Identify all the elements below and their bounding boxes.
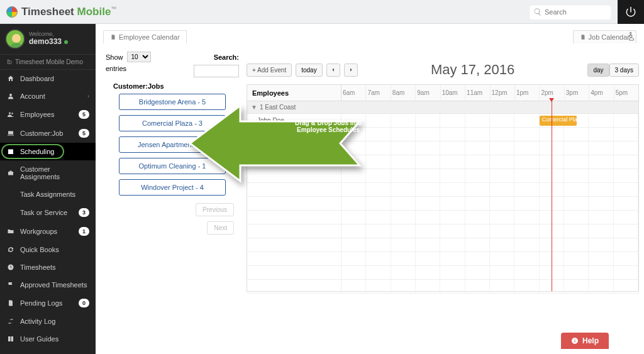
employee-group-row[interactable]: ▼1 East Coast	[247, 101, 638, 114]
hour-header: 10am	[441, 85, 465, 101]
calendar: + Add Event today May 17, 2016 day 3 day…	[247, 58, 639, 350]
jobs-panel: Show 10 Search: entries Customer:Jobs Br…	[103, 49, 242, 237]
folder-open-icon	[7, 228, 14, 235]
job-chip[interactable]: Bridgestone Arena - 5	[119, 94, 226, 110]
badge: 5	[79, 110, 89, 119]
job-chip[interactable]: Comercial Plaza - 3	[119, 115, 226, 131]
jobs-next-button[interactable]: Next	[207, 221, 234, 235]
building-icon	[6, 58, 13, 65]
briefcase-icon	[7, 169, 14, 177]
job-chip[interactable]: Windover Project - 4	[119, 179, 226, 196]
nav-user-guides[interactable]: User Guides	[0, 330, 96, 348]
timeline-slots[interactable]	[341, 128, 638, 141]
employee-row[interactable]: Demo User - 16	[247, 155, 638, 169]
badge: 1	[79, 227, 89, 236]
timeline-slots[interactable]	[341, 155, 638, 169]
nav-task-assignments[interactable]: Task Assignments	[0, 185, 96, 203]
user-icon	[7, 92, 14, 100]
hour-header: 6am	[341, 85, 366, 101]
home-icon	[7, 75, 14, 82]
brand-logo-icon	[6, 6, 18, 18]
user-block[interactable]: Welcome, demo333	[0, 24, 96, 54]
logout-button[interactable]	[618, 0, 644, 24]
show-label: Show	[106, 53, 123, 61]
timeline-slots[interactable]	[341, 141, 638, 155]
nav-task-service[interactable]: Task or Service3	[0, 203, 96, 222]
global-search	[530, 4, 611, 19]
list-icon	[7, 209, 14, 216]
file-text-icon	[110, 34, 116, 40]
nav-employees[interactable]: Employees5	[0, 105, 96, 124]
brand-name: Timesheet Mobile™	[21, 6, 116, 18]
empty-row	[247, 238, 638, 252]
svg-rect-6	[574, 340, 575, 343]
show-entries-select[interactable]: 10	[127, 52, 151, 62]
nav-workgroups[interactable]: Workgroups1	[0, 222, 96, 241]
nav-timesheets[interactable]: Timesheets	[0, 258, 96, 276]
view-3days-button[interactable]: 3 days	[609, 64, 639, 77]
tab-employee-calendar[interactable]: Employee Calendar	[103, 30, 187, 43]
today-button[interactable]: today	[296, 64, 322, 77]
brand-word-a: Timesheet	[21, 6, 74, 18]
calendar-body[interactable]: ▼1 East Coast John DoeComercial PlazaMar…	[247, 101, 638, 291]
avatar	[5, 29, 25, 49]
sync-icon	[7, 246, 14, 253]
nav-approved-timesheets[interactable]: Approved Timesheets	[0, 276, 96, 294]
job-chip[interactable]: Optimum Cleaning - 1	[119, 158, 226, 174]
employees-column-header: Employees	[247, 85, 341, 101]
search-icon	[533, 8, 542, 16]
hour-header: 1pm	[515, 85, 540, 101]
info-icon	[571, 337, 579, 345]
search-label: Search:	[214, 53, 239, 61]
jobs-prev-button[interactable]: Previous	[196, 203, 234, 216]
view-day-button[interactable]: day	[587, 64, 609, 77]
hour-header: 11am	[465, 85, 490, 101]
timeline-slots[interactable]: Comercial Plaza	[341, 114, 638, 127]
now-indicator	[552, 101, 552, 291]
laptop-icon	[7, 130, 14, 137]
empty-row	[247, 252, 638, 266]
employee-row[interactable]: Marie Smith	[247, 128, 638, 141]
nav-customer-assignments[interactable]: Customer Assignments	[0, 160, 96, 185]
hour-header: 5pm	[614, 85, 638, 101]
empty-row	[247, 266, 638, 280]
trademark-icon: ™	[111, 6, 116, 12]
chevron-right-icon: ›	[87, 93, 89, 99]
nav-pending-logs[interactable]: Pending Logs0	[0, 294, 96, 313]
chevron-right-icon	[348, 67, 353, 72]
nav-account[interactable]: Account›	[0, 87, 96, 105]
user-name: demo333	[29, 38, 68, 46]
next-button[interactable]	[344, 64, 358, 77]
nav-dashboard[interactable]: Dashboard	[0, 70, 96, 87]
main-content: Employee Calendar Job Calendar Show 10 S…	[96, 24, 644, 354]
swap-icon	[7, 318, 14, 325]
nav-scheduling[interactable]: Scheduling	[0, 143, 96, 160]
employee-row[interactable]: John DoeComercial Plaza	[247, 114, 638, 128]
power-icon	[625, 6, 636, 18]
add-event-button[interactable]: + Add Event	[247, 64, 292, 77]
help-button[interactable]: Help	[561, 333, 609, 349]
customer-jobs-heading: Customer:Jobs	[103, 77, 242, 94]
empty-row	[247, 211, 638, 224]
flag-icon	[7, 281, 14, 289]
hour-header: 7am	[366, 85, 391, 101]
empty-row	[247, 280, 638, 294]
nav-customer-job[interactable]: Customer:Job5	[0, 124, 96, 143]
clock-icon	[7, 263, 14, 271]
nav-activity-log[interactable]: Activity Log	[0, 313, 96, 330]
job-chip[interactable]: Jensen Apartments - 2	[119, 136, 226, 153]
users-icon	[7, 111, 14, 118]
online-indicator-icon	[64, 40, 68, 44]
nav-quickbooks[interactable]: Quick Books	[0, 241, 96, 258]
org-switcher[interactable]: Timesheet Mobile Demo	[0, 54, 96, 70]
calendar-title: May 17, 2016	[362, 62, 584, 78]
employee-row[interactable]: Anthony	[247, 141, 638, 155]
brand-word-b: Mobile	[77, 6, 111, 18]
hour-header: 9am	[416, 85, 440, 101]
prev-button[interactable]	[326, 64, 340, 77]
badge: 0	[79, 299, 89, 307]
calendar-event[interactable]: Comercial Plaza	[540, 116, 577, 126]
jobs-search-input[interactable]	[194, 65, 239, 77]
calendar-grid: Employees 6am7am8am9am10am11am12pm1pm2pm…	[247, 84, 639, 292]
empty-row	[247, 224, 638, 238]
